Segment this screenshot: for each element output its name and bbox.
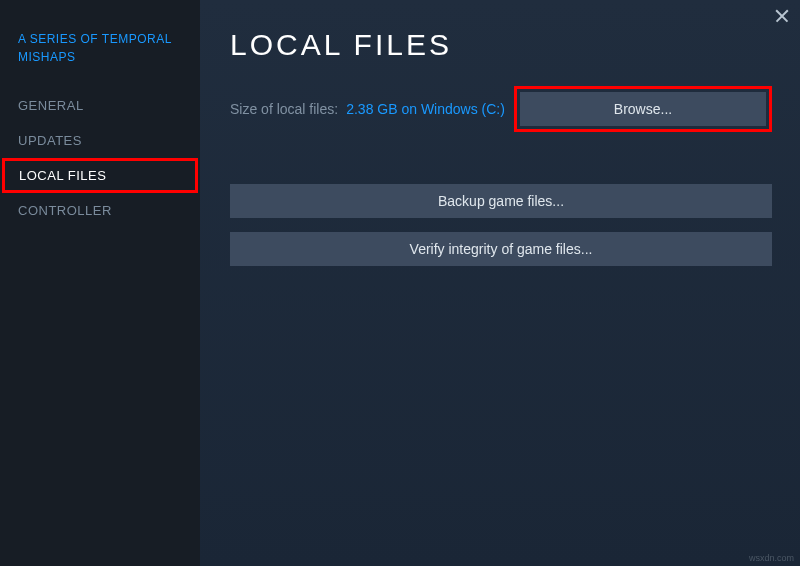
backup-button[interactable]: Backup game files... [230,184,772,218]
size-row: Size of local files: 2.38 GB on Windows … [230,86,772,132]
nav-item-general[interactable]: GENERAL [0,88,200,123]
close-icon[interactable] [774,8,790,24]
game-title: A SERIES OF TEMPORAL MISHAPS [0,30,200,88]
nav-item-updates[interactable]: UPDATES [0,123,200,158]
main-panel: LOCAL FILES Size of local files: 2.38 GB… [200,0,800,566]
page-title: LOCAL FILES [230,28,772,62]
sidebar: A SERIES OF TEMPORAL MISHAPS GENERAL UPD… [0,0,200,566]
size-label: Size of local files: [230,101,338,117]
browse-highlight: Browse... [514,86,772,132]
nav-item-controller[interactable]: CONTROLLER [0,193,200,228]
watermark: wsxdn.com [749,553,794,563]
browse-button[interactable]: Browse... [520,92,766,126]
verify-button[interactable]: Verify integrity of game files... [230,232,772,266]
nav-item-local-files[interactable]: LOCAL FILES [2,158,198,193]
size-value: 2.38 GB on Windows (C:) [346,101,505,117]
